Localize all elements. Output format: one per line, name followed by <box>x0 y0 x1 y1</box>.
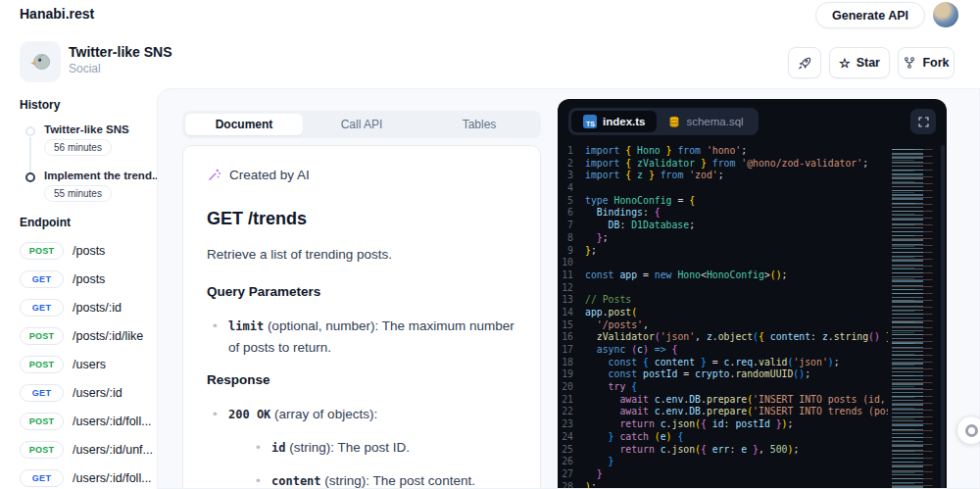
fork-icon <box>903 56 916 70</box>
ring-icon <box>965 424 978 437</box>
endpoint-section-title: Endpoint <box>20 216 157 229</box>
line-number: 13 <box>558 294 585 307</box>
endpoint-path: /users/:id/foll... <box>73 471 152 485</box>
line-number: 14 <box>558 307 585 319</box>
method-badge: POST <box>20 441 64 459</box>
endpoint-item[interactable]: POST/users/:id/unf... <box>20 440 157 459</box>
created-by-ai-badge: Created by AI <box>207 168 516 182</box>
endpoint-path: /posts/:id <box>73 301 122 315</box>
created-by-ai-label: Created by AI <box>229 168 310 182</box>
line-number: 18 <box>558 357 585 369</box>
user-avatar[interactable] <box>933 2 958 27</box>
main-panel: DocumentCall APITables Created by AI GET… <box>157 88 980 489</box>
line-number: 2 <box>558 158 585 171</box>
tab-tables[interactable]: Tables <box>420 114 538 135</box>
line-number: 17 <box>558 344 585 357</box>
sidebar: History Twitter-like SNS56 minutesImplem… <box>0 88 157 489</box>
line-number: 4 <box>558 182 585 195</box>
line-number: 12 <box>558 282 585 295</box>
dove-icon <box>27 49 53 74</box>
line-number: 21 <box>558 394 585 407</box>
line-number: 24 <box>558 431 585 444</box>
endpoint-path: /users/:id/unf... <box>73 443 153 457</box>
field-name: content <box>271 474 321 488</box>
star-button[interactable]: ☆ Star <box>829 47 890 78</box>
method-badge: GET <box>20 384 64 402</box>
method-badge: POST <box>20 413 64 430</box>
timeline-dot-icon <box>25 172 35 182</box>
rocket-icon <box>797 55 812 71</box>
field-desc: (string): The post content. <box>321 473 475 488</box>
query-params-heading: Query Parameters <box>207 284 516 299</box>
line-number: 28 <box>558 481 585 489</box>
response-list: 200 OK (array of objects): id (string): … <box>207 404 516 489</box>
editor-header: TSindex.tsschema.sql <box>558 99 947 141</box>
tab-call-api[interactable]: Call API <box>303 114 420 135</box>
fullscreen-icon <box>917 116 930 128</box>
fork-button[interactable]: Fork <box>898 47 955 78</box>
history-list: Twitter-like SNS56 minutesImplement the … <box>25 123 157 202</box>
line-number: 11 <box>558 269 585 282</box>
editor-tab-label: schema.sql <box>686 116 743 127</box>
endpoint-item[interactable]: POST/users <box>20 355 157 373</box>
editor-tab-schema-sql[interactable]: schema.sql <box>657 111 755 132</box>
endpoint-item[interactable]: POST/posts <box>20 241 157 260</box>
endpoint-item[interactable]: GET/users/:id/foll... <box>20 468 157 487</box>
endpoint-item[interactable]: GET/users/:id <box>20 383 157 402</box>
endpoint-item[interactable]: POST/posts/:id/like <box>20 326 157 345</box>
query-params-list: limit (optional, number): The maximum nu… <box>207 316 516 360</box>
tab-document[interactable]: Document <box>185 114 303 135</box>
project-title: Twitter-like SNS <box>69 44 172 60</box>
response-heading: Response <box>207 372 516 387</box>
response-fields-list: id (string): The post ID. content (strin… <box>250 437 516 489</box>
method-badge: POST <box>20 327 64 345</box>
line-number: 1 <box>558 145 585 158</box>
endpoint-item[interactable]: GET/posts/:id <box>20 298 157 317</box>
line-number: 10 <box>558 257 585 269</box>
line-number: 22 <box>558 406 585 418</box>
code-area[interactable]: 1import { Hono } from 'hono';2import { z… <box>558 145 947 489</box>
generate-api-button[interactable]: Generate API <box>815 2 925 28</box>
history-item[interactable]: Implement the trend...55 minutes <box>25 170 157 202</box>
deploy-button[interactable] <box>788 47 821 78</box>
line-number: 15 <box>558 319 585 332</box>
line-number: 7 <box>558 220 585 232</box>
endpoint-doc-title: GET /trends <box>207 209 516 229</box>
method-badge: GET <box>20 469 64 487</box>
line-number: 9 <box>558 245 585 258</box>
typescript-icon: TS <box>583 115 597 128</box>
list-item: limit (optional, number): The maximum nu… <box>207 316 516 360</box>
endpoint-description: Retrieve a list of trending posts. <box>207 247 516 262</box>
endpoint-item[interactable]: GET/posts <box>20 269 157 288</box>
editor-tab-index-ts[interactable]: TSindex.ts <box>571 111 657 132</box>
minimap[interactable] <box>888 145 939 489</box>
brand-logo: Hanabi.rest <box>20 6 94 22</box>
feedback-widget-button[interactable] <box>956 416 980 445</box>
history-label: Twitter-like SNS <box>44 123 129 135</box>
editor-tab-strip: TSindex.tsschema.sql <box>568 108 759 135</box>
page: Hanabi.rest Generate API Twitter-like SN… <box>0 0 980 489</box>
response-desc: (array of objects): <box>270 407 377 421</box>
endpoint-path: /posts <box>73 244 105 258</box>
param-desc: (optional, number): The maximum number o… <box>228 318 514 355</box>
field-desc: (string): The post ID. <box>285 440 410 455</box>
star-icon: ☆ <box>839 57 851 70</box>
fullscreen-button[interactable] <box>910 109 936 134</box>
param-name: limit <box>228 319 264 333</box>
line-number: 3 <box>558 170 585 182</box>
timeline-dot-icon <box>25 126 35 136</box>
document-card: Created by AI GET /trends Retrieve a lis… <box>182 145 541 489</box>
field-name: id <box>271 441 285 455</box>
method-badge: GET <box>20 299 64 317</box>
history-section-title: History <box>20 98 157 112</box>
endpoint-item[interactable]: POST/users/:id/foll... <box>20 412 157 430</box>
line-number: 19 <box>558 368 585 381</box>
history-item[interactable]: Twitter-like SNS56 minutes <box>25 123 157 156</box>
history-time-badge: 55 minutes <box>44 185 112 202</box>
method-badge: POST <box>20 356 64 373</box>
line-number: 8 <box>558 232 585 245</box>
line-number: 6 <box>558 207 585 220</box>
editor-scrollbar[interactable] <box>941 145 945 489</box>
project-category: Social <box>69 62 101 75</box>
line-number: 27 <box>558 468 585 481</box>
